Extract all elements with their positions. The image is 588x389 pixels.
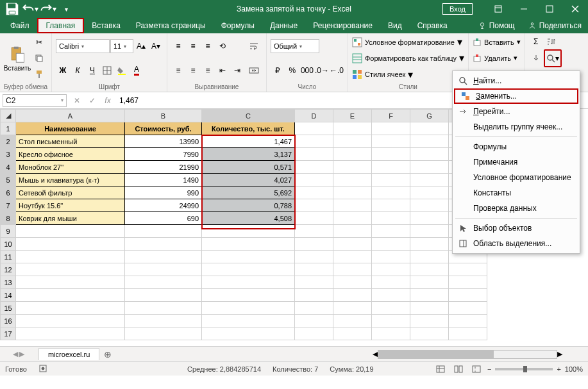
- italic-button[interactable]: К: [71, 63, 85, 78]
- cell[interactable]: [125, 327, 202, 340]
- cell[interactable]: [295, 199, 333, 212]
- cell[interactable]: 1,467: [202, 135, 295, 148]
- cell[interactable]: [410, 251, 449, 263]
- underline-button[interactable]: Ч: [85, 63, 99, 78]
- cell[interactable]: [202, 225, 295, 238]
- tab-insert[interactable]: Вставка: [84, 18, 128, 33]
- cell[interactable]: 4,508: [202, 212, 295, 225]
- cell[interactable]: [295, 251, 333, 263]
- sheet-next-icon[interactable]: ▶: [19, 350, 24, 358]
- menu-notes[interactable]: Примечания: [453, 154, 580, 170]
- cell[interactable]: [449, 276, 487, 289]
- sheet-tab[interactable]: microexcel.ru: [38, 348, 99, 360]
- menu-selection-pane[interactable]: Область выделения...: [453, 236, 580, 251]
- row-header[interactable]: 15: [1, 302, 16, 315]
- cell[interactable]: [372, 148, 410, 161]
- cell[interactable]: [295, 122, 333, 135]
- menu-select-objects[interactable]: Выбор объектов: [453, 220, 580, 236]
- cell[interactable]: [295, 212, 333, 225]
- inc-decimal-icon[interactable]: .0→: [315, 63, 329, 78]
- cell[interactable]: 1490: [125, 174, 202, 186]
- indent-dec-icon[interactable]: ⇤: [215, 63, 230, 78]
- row-header[interactable]: 4: [1, 161, 16, 174]
- cell[interactable]: [449, 327, 487, 340]
- currency-icon[interactable]: ₽: [271, 63, 285, 78]
- row-header[interactable]: 5: [1, 174, 16, 186]
- cell[interactable]: [410, 199, 449, 212]
- cell[interactable]: [372, 161, 410, 174]
- wrap-text-icon[interactable]: [246, 39, 262, 53]
- cell[interactable]: [410, 289, 449, 302]
- cell[interactable]: [295, 289, 333, 302]
- autosum-icon[interactable]: Σ: [529, 35, 543, 49]
- cell[interactable]: [372, 251, 410, 263]
- cell[interactable]: [372, 199, 410, 212]
- format-table-button[interactable]: Форматировать как таблицу ▾: [352, 52, 464, 64]
- tab-formulas[interactable]: Формулы: [214, 18, 262, 33]
- cell[interactable]: [333, 327, 372, 340]
- cell[interactable]: [333, 186, 372, 199]
- cell[interactable]: [410, 302, 449, 315]
- cell[interactable]: [333, 289, 372, 302]
- cancel-formula-icon[interactable]: ✕: [69, 93, 85, 108]
- zoom-level[interactable]: 100%: [565, 365, 583, 373]
- cell[interactable]: Стол письменный: [16, 135, 125, 148]
- align-bottom-icon[interactable]: ≡: [201, 39, 215, 53]
- orientation-icon[interactable]: ⟲: [215, 39, 230, 53]
- select-all-corner[interactable]: ◢: [1, 110, 16, 122]
- cell[interactable]: [333, 199, 372, 212]
- cell[interactable]: [372, 302, 410, 315]
- cell[interactable]: [16, 225, 125, 238]
- cell[interactable]: [372, 212, 410, 225]
- cell[interactable]: 990: [125, 186, 202, 199]
- ribbon-options-icon[interactable]: [485, 0, 511, 18]
- hscroll-left-icon[interactable]: ◀: [373, 350, 378, 358]
- undo-icon[interactable]: ▾: [22, 1, 38, 17]
- cell[interactable]: [202, 276, 295, 289]
- cell[interactable]: [125, 238, 202, 251]
- tab-layout[interactable]: Разметка страницы: [128, 18, 214, 33]
- sheet-prev-icon[interactable]: ◀: [13, 350, 18, 358]
- cell[interactable]: 7990: [125, 148, 202, 161]
- new-sheet-icon[interactable]: ⊕: [101, 347, 115, 361]
- cell[interactable]: [333, 315, 372, 327]
- cell[interactable]: Ноутбук 15.6": [16, 199, 125, 212]
- cell[interactable]: [295, 263, 333, 276]
- cell[interactable]: [333, 225, 372, 238]
- cell[interactable]: [125, 251, 202, 263]
- zoom-out-icon[interactable]: −: [487, 365, 491, 373]
- row-header[interactable]: 12: [1, 263, 16, 276]
- indent-inc-icon[interactable]: ⇥: [230, 63, 244, 78]
- cell[interactable]: Моноблок 27": [16, 161, 125, 174]
- cell[interactable]: [295, 302, 333, 315]
- tab-data[interactable]: Данные: [262, 18, 305, 33]
- font-color-icon[interactable]: A: [130, 63, 144, 78]
- cell[interactable]: [16, 315, 125, 327]
- cell[interactable]: [333, 251, 372, 263]
- cell[interactable]: Кресло офисное: [16, 148, 125, 161]
- cut-icon[interactable]: ✂: [32, 35, 46, 49]
- name-box[interactable]: C2: [3, 94, 67, 107]
- align-left-icon[interactable]: ≡: [171, 63, 185, 78]
- cell[interactable]: [410, 212, 449, 225]
- menu-validation[interactable]: Проверка данных: [453, 201, 580, 216]
- fill-icon[interactable]: [529, 51, 543, 65]
- cell[interactable]: Мышь и клавиатура (к-т): [16, 174, 125, 186]
- cell[interactable]: [333, 135, 372, 148]
- align-center-icon[interactable]: ≡: [186, 63, 200, 78]
- cell[interactable]: 24990: [125, 199, 202, 212]
- cell[interactable]: [372, 186, 410, 199]
- col-header[interactable]: E: [333, 110, 372, 122]
- cell[interactable]: 690: [125, 212, 202, 225]
- col-header[interactable]: F: [372, 110, 410, 122]
- cell[interactable]: Наименование: [16, 122, 125, 135]
- cell[interactable]: [449, 315, 487, 327]
- cell[interactable]: [16, 251, 125, 263]
- cell[interactable]: [16, 302, 125, 315]
- cell[interactable]: [372, 122, 410, 135]
- row-header[interactable]: 2: [1, 135, 16, 148]
- cell[interactable]: [295, 174, 333, 186]
- normal-view-icon[interactable]: [433, 363, 448, 375]
- cell[interactable]: [410, 225, 449, 238]
- copy-icon[interactable]: [32, 51, 46, 65]
